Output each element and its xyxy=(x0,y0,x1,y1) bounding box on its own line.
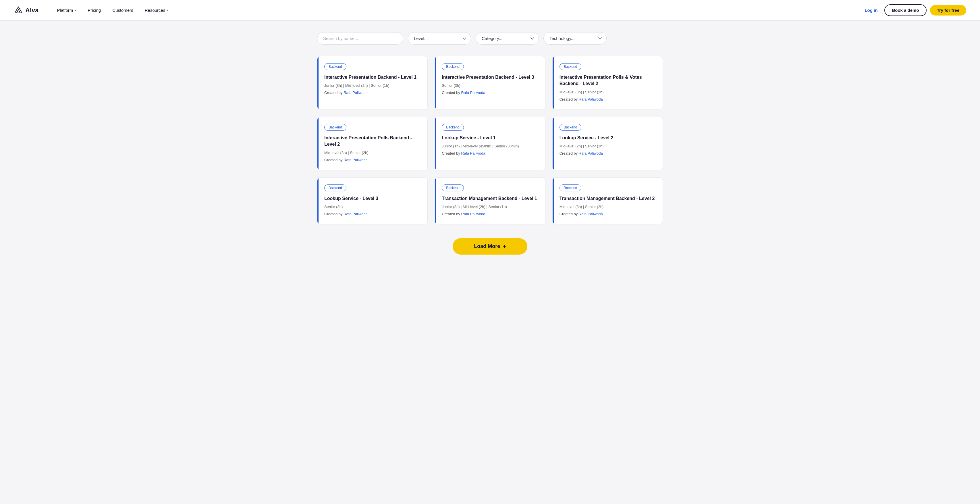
card-author-link[interactable]: Rafa Paliwoda xyxy=(461,151,485,155)
card-badge: Backend xyxy=(560,124,582,131)
card-item: Backend Lookup Service - Level 1 Junior … xyxy=(434,116,545,171)
platform-chevron-icon: ▾ xyxy=(75,9,76,12)
card-badge: Backend xyxy=(442,124,464,131)
technology-filter[interactable]: Technology... JavaScript Python Java xyxy=(543,32,607,45)
card-badge: Backend xyxy=(324,185,347,191)
card-title: Interactive Presentation Backend - Level… xyxy=(324,74,420,80)
card-author-link[interactable]: Rafa Paliwoda xyxy=(344,91,368,95)
filters-bar: Level... Junior Mid-level Senior Categor… xyxy=(317,32,663,45)
level-filter[interactable]: Level... Junior Mid-level Senior xyxy=(408,32,471,45)
card-author-link[interactable]: Rafa Paliwoda xyxy=(579,97,603,101)
card-author: Created by Rafa Paliwoda xyxy=(324,212,420,216)
load-more-button[interactable]: Load More + xyxy=(453,238,527,255)
load-more-label: Load More xyxy=(474,243,500,249)
card-item: Backend Interactive Presentation Backend… xyxy=(434,56,545,110)
card-author: Created by Rafa Paliwoda xyxy=(442,91,538,95)
try-free-button[interactable]: Try for free xyxy=(930,5,966,16)
resources-chevron-icon: ▾ xyxy=(167,9,168,12)
nav-links: Platform ▾ Pricing Customers Resources ▾ xyxy=(52,5,861,15)
logo-text: Alva xyxy=(25,6,38,14)
card-item: Backend Transaction Management Backend -… xyxy=(434,177,545,225)
card-title: Interactive Presentation Polls & Votes B… xyxy=(560,74,656,87)
login-button[interactable]: Log in xyxy=(861,5,881,15)
card-meta: Junior (3h) | Mid-level (2h) | Senior (1… xyxy=(442,204,538,209)
card-meta: Mid-level (3h) | Senior (2h) xyxy=(560,204,656,209)
card-author: Created by Rafa Paliwoda xyxy=(324,91,420,95)
card-title: Transaction Management Backend - Level 2 xyxy=(560,195,656,202)
card-badge: Backend xyxy=(324,124,347,131)
card-item: Backend Lookup Service - Level 3 Senior … xyxy=(317,177,428,225)
card-author-link[interactable]: Rafa Paliwoda xyxy=(461,212,485,216)
nav-customers[interactable]: Customers xyxy=(108,5,138,15)
card-author-link[interactable]: Rafa Paliwoda xyxy=(344,212,368,216)
card-badge: Backend xyxy=(442,185,464,191)
logo[interactable]: Alva xyxy=(14,6,38,15)
card-meta: Junior (3h) | Mid-level (2h) | Senior (1… xyxy=(324,83,420,88)
book-demo-button[interactable]: Book a demo xyxy=(885,4,926,16)
card-title: Lookup Service - Level 1 xyxy=(442,135,538,141)
card-item: Backend Transaction Management Backend -… xyxy=(552,177,663,225)
card-badge: Backend xyxy=(324,63,347,70)
card-title: Interactive Presentation Backend - Level… xyxy=(442,74,538,80)
card-item: Backend Interactive Presentation Polls B… xyxy=(317,116,428,171)
cards-grid: Backend Interactive Presentation Backend… xyxy=(317,56,663,225)
load-more-icon: + xyxy=(503,243,506,249)
card-title: Interactive Presentation Polls Backend -… xyxy=(324,135,420,148)
nav-platform[interactable]: Platform ▾ xyxy=(52,5,81,15)
card-author: Created by Rafa Paliwoda xyxy=(324,158,420,162)
card-badge: Backend xyxy=(442,63,464,70)
nav-resources[interactable]: Resources ▾ xyxy=(140,5,173,15)
navbar: Alva Platform ▾ Pricing Customers Resour… xyxy=(0,0,980,21)
card-meta: Mid-level (2h) | Senior (1h) xyxy=(560,144,656,148)
main-content: Level... Junior Mid-level Senior Categor… xyxy=(303,21,677,278)
card-author-link[interactable]: Rafa Paliwoda xyxy=(461,91,485,95)
card-author: Created by Rafa Paliwoda xyxy=(560,212,656,216)
nav-pricing[interactable]: Pricing xyxy=(83,5,105,15)
card-title: Lookup Service - Level 2 xyxy=(560,135,656,141)
card-meta: Mid-level (3h) | Senior (2h) xyxy=(324,151,420,155)
card-author: Created by Rafa Paliwoda xyxy=(442,212,538,216)
card-author-link[interactable]: Rafa Paliwoda xyxy=(344,158,368,162)
card-author: Created by Rafa Paliwoda xyxy=(442,151,538,155)
card-meta: Junior (1h) | Mid-level (45min) | Senior… xyxy=(442,144,538,148)
card-title: Lookup Service - Level 3 xyxy=(324,195,420,202)
card-badge: Backend xyxy=(560,63,582,70)
card-item: Backend Lookup Service - Level 2 Mid-lev… xyxy=(552,116,663,171)
card-meta: Senior (3h) xyxy=(442,83,538,88)
card-title: Transaction Management Backend - Level 1 xyxy=(442,195,538,202)
card-item: Backend Interactive Presentation Backend… xyxy=(317,56,428,110)
card-meta: Mid-level (3h) | Senior (2h) xyxy=(560,90,656,94)
logo-icon xyxy=(14,6,23,15)
load-more-section: Load More + xyxy=(317,238,663,255)
nav-actions: Log in Book a demo Try for free xyxy=(861,4,966,16)
card-badge: Backend xyxy=(560,185,582,191)
category-filter[interactable]: Category... Backend Frontend Full Stack xyxy=(476,32,539,45)
card-author: Created by Rafa Paliwoda xyxy=(560,151,656,155)
card-author-link[interactable]: Rafa Paliwoda xyxy=(579,212,603,216)
card-author-link[interactable]: Rafa Paliwoda xyxy=(579,151,603,155)
card-item: Backend Interactive Presentation Polls &… xyxy=(552,56,663,110)
search-input[interactable] xyxy=(317,32,403,45)
card-meta: Senior (3h) xyxy=(324,204,420,209)
card-author: Created by Rafa Paliwoda xyxy=(560,97,656,101)
